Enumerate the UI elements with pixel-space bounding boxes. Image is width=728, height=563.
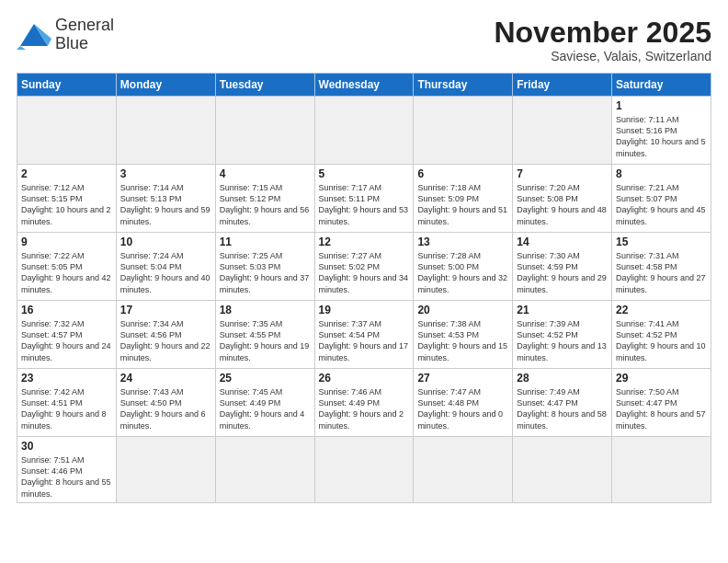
day-info: Sunrise: 7:49 AM Sunset: 4:47 PM Dayligh… (517, 386, 608, 431)
calendar-day-cell: 27Sunrise: 7:47 AM Sunset: 4:48 PM Dayli… (414, 369, 513, 437)
day-info: Sunrise: 7:30 AM Sunset: 4:59 PM Dayligh… (517, 250, 608, 295)
day-number: 22 (616, 304, 707, 316)
day-info: Sunrise: 7:34 AM Sunset: 4:56 PM Dayligh… (120, 318, 211, 363)
calendar-day-cell: 25Sunrise: 7:45 AM Sunset: 4:49 PM Dayli… (215, 369, 314, 437)
calendar-day-cell: 11Sunrise: 7:25 AM Sunset: 5:03 PM Dayli… (215, 233, 314, 301)
weekday-header: Saturday (612, 74, 711, 97)
calendar-day-cell (17, 97, 117, 165)
title-block: November 2025 Saviese, Valais, Switzerla… (494, 17, 711, 63)
subtitle: Saviese, Valais, Switzerland (494, 49, 711, 63)
calendar-day-cell (116, 97, 215, 165)
calendar-day-cell (116, 437, 215, 503)
day-number: 10 (120, 236, 211, 248)
weekday-header: Wednesday (314, 74, 414, 97)
calendar-day-cell: 5Sunrise: 7:17 AM Sunset: 5:11 PM Daylig… (314, 165, 414, 233)
page: General Blue November 2025 Saviese, Vala… (0, 0, 728, 563)
logo-icon (17, 20, 51, 50)
calendar-day-cell: 17Sunrise: 7:34 AM Sunset: 4:56 PM Dayli… (116, 301, 215, 369)
day-info: Sunrise: 7:31 AM Sunset: 4:58 PM Dayligh… (616, 250, 707, 295)
day-number: 6 (417, 167, 508, 180)
calendar-table: SundayMondayTuesdayWednesdayThursdayFrid… (17, 73, 711, 503)
day-info: Sunrise: 7:28 AM Sunset: 5:00 PM Dayligh… (417, 250, 508, 295)
calendar-day-cell: 18Sunrise: 7:35 AM Sunset: 4:55 PM Dayli… (215, 301, 314, 369)
calendar-day-cell: 23Sunrise: 7:42 AM Sunset: 4:51 PM Dayli… (17, 369, 117, 437)
day-number: 26 (319, 372, 410, 385)
logo-line2: Blue (55, 35, 114, 53)
day-info: Sunrise: 7:46 AM Sunset: 4:49 PM Dayligh… (319, 386, 410, 431)
day-number: 18 (220, 304, 311, 316)
calendar-day-cell: 16Sunrise: 7:32 AM Sunset: 4:57 PM Dayli… (17, 301, 117, 369)
calendar-day-cell: 14Sunrise: 7:30 AM Sunset: 4:59 PM Dayli… (513, 233, 612, 301)
header: General Blue November 2025 Saviese, Vala… (17, 17, 711, 63)
calendar-week-row: 23Sunrise: 7:42 AM Sunset: 4:51 PM Dayli… (17, 369, 711, 437)
calendar-day-cell: 6Sunrise: 7:18 AM Sunset: 5:09 PM Daylig… (414, 165, 513, 233)
calendar-day-cell (314, 97, 414, 165)
calendar-day-cell: 12Sunrise: 7:27 AM Sunset: 5:02 PM Dayli… (314, 233, 414, 301)
month-title: November 2025 (494, 17, 711, 49)
day-info: Sunrise: 7:18 AM Sunset: 5:09 PM Dayligh… (417, 182, 508, 227)
logo-line1: General (55, 17, 114, 35)
day-number: 5 (319, 167, 410, 180)
calendar-day-cell (314, 437, 414, 503)
calendar-day-cell (215, 437, 314, 503)
day-info: Sunrise: 7:20 AM Sunset: 5:08 PM Dayligh… (517, 182, 608, 227)
calendar-day-cell: 15Sunrise: 7:31 AM Sunset: 4:58 PM Dayli… (612, 233, 711, 301)
calendar-day-cell (612, 437, 711, 503)
logo-text: General Blue (55, 17, 114, 53)
day-number: 16 (21, 304, 112, 316)
day-number: 11 (220, 236, 311, 248)
calendar-week-row: 16Sunrise: 7:32 AM Sunset: 4:57 PM Dayli… (17, 301, 711, 369)
day-info: Sunrise: 7:32 AM Sunset: 4:57 PM Dayligh… (21, 318, 112, 363)
day-number: 7 (517, 167, 608, 180)
day-info: Sunrise: 7:27 AM Sunset: 5:02 PM Dayligh… (319, 250, 410, 295)
day-info: Sunrise: 7:37 AM Sunset: 4:54 PM Dayligh… (319, 318, 410, 363)
day-info: Sunrise: 7:39 AM Sunset: 4:52 PM Dayligh… (517, 318, 608, 363)
calendar-day-cell: 8Sunrise: 7:21 AM Sunset: 5:07 PM Daylig… (612, 165, 711, 233)
calendar-day-cell: 7Sunrise: 7:20 AM Sunset: 5:08 PM Daylig… (513, 165, 612, 233)
day-number: 8 (616, 167, 707, 180)
weekday-header: Sunday (17, 74, 117, 97)
day-info: Sunrise: 7:35 AM Sunset: 4:55 PM Dayligh… (220, 318, 311, 363)
calendar-day-cell (215, 97, 314, 165)
day-number: 13 (417, 236, 508, 248)
calendar-day-cell: 2Sunrise: 7:12 AM Sunset: 5:15 PM Daylig… (17, 165, 117, 233)
day-info: Sunrise: 7:17 AM Sunset: 5:11 PM Dayligh… (319, 182, 410, 227)
day-number: 25 (220, 372, 311, 385)
day-info: Sunrise: 7:47 AM Sunset: 4:48 PM Dayligh… (417, 386, 508, 431)
day-info: Sunrise: 7:22 AM Sunset: 5:05 PM Dayligh… (21, 250, 112, 295)
day-number: 9 (21, 236, 112, 248)
calendar-day-cell (513, 437, 612, 503)
calendar-day-cell: 13Sunrise: 7:28 AM Sunset: 5:00 PM Dayli… (414, 233, 513, 301)
calendar-day-cell: 4Sunrise: 7:15 AM Sunset: 5:12 PM Daylig… (215, 165, 314, 233)
day-number: 29 (616, 372, 707, 385)
weekday-header: Monday (116, 74, 215, 97)
day-info: Sunrise: 7:15 AM Sunset: 5:12 PM Dayligh… (220, 182, 311, 227)
day-info: Sunrise: 7:21 AM Sunset: 5:07 PM Dayligh… (616, 182, 707, 227)
calendar-week-row: 1Sunrise: 7:11 AM Sunset: 5:16 PM Daylig… (17, 97, 711, 165)
day-number: 24 (120, 372, 211, 385)
day-info: Sunrise: 7:12 AM Sunset: 5:15 PM Dayligh… (21, 182, 112, 227)
day-number: 14 (517, 236, 608, 248)
day-number: 17 (120, 304, 211, 316)
day-number: 21 (517, 304, 608, 316)
weekday-header: Friday (513, 74, 612, 97)
weekday-header: Tuesday (215, 74, 314, 97)
calendar-day-cell: 20Sunrise: 7:38 AM Sunset: 4:53 PM Dayli… (414, 301, 513, 369)
day-info: Sunrise: 7:11 AM Sunset: 5:16 PM Dayligh… (616, 114, 707, 159)
calendar-day-cell: 3Sunrise: 7:14 AM Sunset: 5:13 PM Daylig… (116, 165, 215, 233)
calendar-day-cell (513, 97, 612, 165)
day-info: Sunrise: 7:42 AM Sunset: 4:51 PM Dayligh… (21, 386, 112, 431)
calendar-day-cell: 29Sunrise: 7:50 AM Sunset: 4:47 PM Dayli… (612, 369, 711, 437)
day-number: 12 (319, 236, 410, 248)
day-info: Sunrise: 7:50 AM Sunset: 4:47 PM Dayligh… (616, 386, 707, 431)
day-number: 23 (21, 372, 112, 385)
day-number: 15 (616, 236, 707, 248)
day-number: 30 (21, 440, 112, 453)
weekday-header: Thursday (414, 74, 513, 97)
day-number: 4 (220, 167, 311, 180)
calendar-day-cell (414, 97, 513, 165)
day-info: Sunrise: 7:41 AM Sunset: 4:52 PM Dayligh… (616, 318, 707, 363)
calendar-day-cell: 1Sunrise: 7:11 AM Sunset: 5:16 PM Daylig… (612, 97, 711, 165)
calendar-day-cell: 9Sunrise: 7:22 AM Sunset: 5:05 PM Daylig… (17, 233, 117, 301)
weekday-row: SundayMondayTuesdayWednesdayThursdayFrid… (17, 74, 711, 97)
